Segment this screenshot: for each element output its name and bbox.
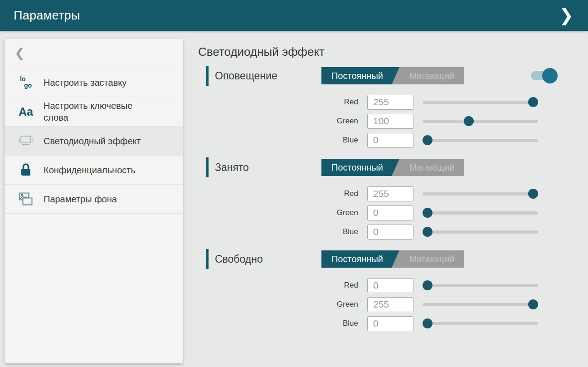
channel-row-red: Red bbox=[197, 278, 588, 293]
slider-thumb[interactable] bbox=[423, 208, 432, 218]
blue-slider[interactable] bbox=[423, 139, 538, 142]
channel-row-blue: Blue bbox=[197, 132, 588, 148]
mode-blinking-button[interactable]: Мигающий bbox=[399, 250, 464, 268]
channel-label: Red bbox=[197, 189, 358, 198]
mode-blinking-button[interactable]: Мигающий bbox=[399, 67, 464, 84]
slider-thumb[interactable] bbox=[423, 227, 432, 237]
channel-row-red: Red bbox=[197, 186, 588, 201]
mode-constant-button[interactable]: Постоянный bbox=[321, 159, 399, 176]
section-free: Свободно Постоянный Мигающий Red Green bbox=[197, 249, 588, 331]
red-value-input[interactable] bbox=[367, 95, 413, 110]
mode-blinking-button[interactable]: Мигающий bbox=[399, 159, 464, 176]
logo-icon: logo bbox=[15, 76, 36, 88]
slider-thumb[interactable] bbox=[528, 189, 538, 199]
channel-label: Green bbox=[197, 117, 358, 126]
blue-value-input[interactable] bbox=[367, 316, 413, 331]
channel-label: Red bbox=[197, 98, 358, 107]
sidebar-item-background[interactable]: Параметры фона bbox=[5, 185, 183, 214]
section-title: Свободно bbox=[215, 253, 263, 265]
top-bar: Параметры ❯ bbox=[0, 0, 588, 31]
chevron-right-icon[interactable]: ❯ bbox=[556, 5, 576, 26]
channel-label: Blue bbox=[197, 136, 358, 145]
slider-thumb[interactable] bbox=[528, 299, 538, 309]
led-effect-panel: Светодиодный эффект Оповещение Постоянны… bbox=[197, 31, 588, 331]
slider-thumb[interactable] bbox=[423, 318, 432, 328]
slider-thumb[interactable] bbox=[423, 135, 432, 145]
channel-row-green: Green bbox=[197, 297, 588, 312]
slider-thumb[interactable] bbox=[423, 280, 432, 290]
blue-slider[interactable] bbox=[423, 322, 538, 325]
channel-row-blue: Blue bbox=[197, 316, 588, 331]
section-notification: Оповещение Постоянный Мигающий Red bbox=[197, 66, 588, 148]
green-slider[interactable] bbox=[423, 303, 538, 306]
section-header: Свободно Постоянный Мигающий bbox=[197, 249, 588, 269]
red-slider[interactable] bbox=[423, 192, 538, 196]
channel-row-green: Green bbox=[197, 205, 588, 220]
channel-row-red: Red bbox=[197, 94, 588, 110]
section-header: Оповещение Постоянный Мигающий bbox=[197, 66, 588, 86]
led-screen-icon bbox=[15, 134, 36, 148]
green-value-input[interactable] bbox=[367, 114, 413, 129]
sidebar-item-label: Настроить ключевые слова bbox=[44, 100, 156, 123]
channel-label: Red bbox=[197, 281, 358, 290]
channel-row-green: Green bbox=[197, 113, 588, 129]
sidebar-item-screensaver[interactable]: logo Настроить заставку bbox=[5, 68, 183, 97]
sidebar-item-label: Конфиденциальность bbox=[44, 164, 136, 176]
mode-constant-button[interactable]: Постоянный bbox=[321, 250, 399, 268]
blue-value-input[interactable] bbox=[367, 225, 413, 240]
green-slider[interactable] bbox=[423, 120, 538, 123]
chevron-left-icon[interactable]: ❮ bbox=[15, 47, 25, 59]
settings-window: Параметры ❯ ❮ logo Настроить заставку Aa… bbox=[0, 0, 588, 367]
mode-toggle-group: Постоянный Мигающий bbox=[321, 250, 464, 268]
channel-label: Blue bbox=[197, 319, 358, 328]
section-title: Оповещение bbox=[215, 70, 277, 82]
sidebar-item-privacy[interactable]: Конфиденциальность bbox=[5, 156, 183, 185]
section-busy: Занято Постоянный Мигающий Red Green bbox=[197, 157, 588, 240]
switch-knob bbox=[542, 68, 558, 83]
sidebar-item-label: Светодиодный эффект bbox=[44, 135, 141, 147]
section-accent-bar bbox=[206, 249, 209, 269]
section-accent-bar bbox=[206, 157, 209, 177]
slider-thumb[interactable] bbox=[464, 116, 474, 126]
sidebar-item-keywords[interactable]: Aa Настроить ключевые слова bbox=[5, 97, 183, 127]
green-value-input[interactable] bbox=[367, 297, 413, 312]
text-style-icon: Aa bbox=[15, 106, 36, 117]
blue-slider[interactable] bbox=[423, 230, 538, 234]
red-slider[interactable] bbox=[423, 101, 538, 104]
section-title: Занято bbox=[215, 161, 249, 174]
channel-label: Green bbox=[197, 300, 358, 309]
green-slider[interactable] bbox=[423, 211, 538, 215]
mode-toggle-group: Постоянный Мигающий bbox=[321, 67, 464, 84]
rgb-channels: Red Green Blue bbox=[197, 278, 588, 331]
sidebar-item-led-effect[interactable]: Светодиодный эффект bbox=[5, 127, 183, 156]
sidebar-back-row: ❮ bbox=[5, 39, 183, 68]
red-slider[interactable] bbox=[423, 284, 538, 287]
rgb-channels: Red Green Blue bbox=[197, 94, 588, 148]
sidebar-item-label: Параметры фона bbox=[44, 193, 117, 205]
settings-sidebar: ❮ logo Настроить заставку Aa Настроить к… bbox=[5, 39, 183, 363]
lock-icon bbox=[15, 162, 36, 177]
channel-label: Blue bbox=[197, 227, 358, 236]
rgb-channels: Red Green Blue bbox=[197, 186, 588, 240]
blue-value-input[interactable] bbox=[367, 133, 413, 148]
green-value-input[interactable] bbox=[367, 206, 413, 220]
slider-thumb[interactable] bbox=[528, 97, 538, 107]
sidebar-item-label: Настроить заставку bbox=[44, 77, 126, 88]
section-accent-bar bbox=[206, 66, 209, 86]
page-header-title: Параметры bbox=[14, 9, 80, 23]
channel-row-blue: Blue bbox=[197, 224, 588, 240]
red-value-input[interactable] bbox=[367, 278, 413, 293]
red-value-input[interactable] bbox=[367, 186, 413, 201]
mode-toggle-group: Постоянный Мигающий bbox=[321, 159, 464, 176]
channel-label: Green bbox=[197, 208, 358, 217]
notification-led-switch[interactable] bbox=[531, 71, 554, 80]
section-header: Занято Постоянный Мигающий bbox=[197, 157, 588, 177]
page-title: Светодиодный эффект bbox=[198, 45, 588, 59]
mode-constant-button[interactable]: Постоянный bbox=[321, 67, 399, 84]
background-images-icon bbox=[15, 191, 36, 207]
